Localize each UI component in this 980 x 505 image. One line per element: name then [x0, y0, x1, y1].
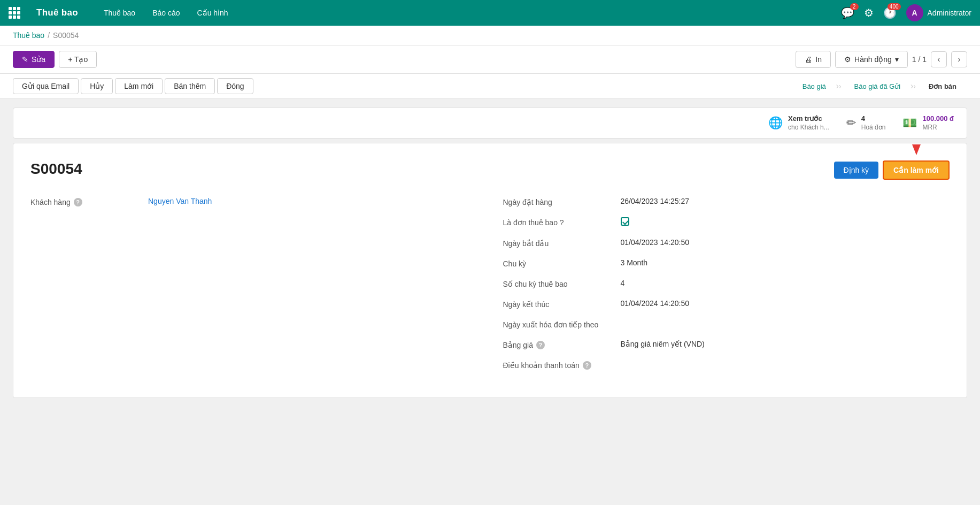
mrr-value: 100.000 đ: [922, 114, 954, 124]
step-don-ban: Đơn bán: [918, 79, 967, 94]
breadcrumb: Thuê bao / S00054: [0, 26, 980, 45]
toolbar: ✎ Sửa + Tạo 🖨 In ⚙ Hành động ▾ 1 / 1 ‹ ›: [0, 45, 980, 74]
gear-icon: ⚙: [864, 6, 874, 19]
apps-menu-icon[interactable]: [9, 7, 20, 19]
step-bao-gia: Báo giá: [792, 79, 837, 94]
subscription-count-row: Số chu kỳ thuê bao 4: [503, 279, 950, 288]
clock-badge: 400: [888, 3, 901, 10]
price-list-label: Bảng giá ?: [503, 340, 621, 349]
cycle-row: Chu kỳ 3 Month: [503, 258, 950, 268]
edit-button[interactable]: ✎ Sửa: [13, 51, 55, 68]
customer-help-icon[interactable]: ?: [74, 198, 82, 206]
avatar: A: [906, 4, 923, 21]
menu-bao-cao[interactable]: Báo cáo: [145, 5, 187, 20]
price-list-help-icon[interactable]: ?: [536, 341, 545, 349]
end-date-row: Ngày kết thúc 01/04/2024 14:20:50: [503, 299, 950, 309]
next-record-button[interactable]: ›: [951, 51, 967, 67]
cycle-label: Chu kỳ: [503, 258, 621, 268]
upsell-button[interactable]: Bán thêm: [165, 78, 215, 94]
brand-title: Thuê bao: [36, 7, 78, 18]
order-date-label: Ngày đặt hàng: [503, 197, 621, 206]
action-buttons: Gửi qua Email Hủy Làm mới Bán thêm Đóng: [13, 78, 253, 94]
messages-badge: 2: [850, 3, 859, 10]
pagination-section: 1 / 1 ‹ ›: [912, 51, 967, 67]
renew-button[interactable]: Làm mới: [115, 78, 163, 94]
payment-terms-help-icon[interactable]: ?: [583, 361, 591, 370]
messages-icon-btn[interactable]: 💬 2: [841, 6, 854, 19]
order-id-title: S00054: [30, 160, 82, 178]
breadcrumb-current: S00054: [53, 31, 79, 40]
preview-item[interactable]: 🌐 Xem trước cho Khách h...: [768, 114, 829, 132]
subscription-count-label: Số chu kỳ thuê bao: [503, 279, 621, 288]
price-list-value: Bảng giá niêm yết (VND): [621, 340, 950, 348]
order-date-row: Ngày đặt hàng 26/04/2023 14:25:27: [503, 197, 950, 206]
step-bao-gia-da-gui: Báo giá đã Gửi: [843, 79, 911, 94]
arrow-indicator: Cần làm mới: [883, 160, 950, 180]
payment-terms-row: Điều khoản thanh toán ?: [503, 360, 950, 370]
mrr-label: MRR: [922, 124, 954, 132]
settings-icon-btn[interactable]: ⚙: [864, 6, 874, 19]
customer-label: Khách hàng ?: [30, 197, 148, 206]
workflow-steps: Báo giá › Báo giá đã Gửi › Đơn bán: [792, 79, 967, 94]
form-right-column: Ngày đặt hàng 26/04/2023 14:25:27 Là đơn…: [503, 197, 950, 380]
invoice-icon: ✏: [846, 116, 856, 130]
mrr-icon: 💵: [902, 116, 917, 130]
pencil-icon: ✎: [22, 55, 28, 64]
create-button[interactable]: + Tạo: [59, 51, 97, 68]
status-bar: Gửi qua Email Hủy Làm mới Bán thêm Đóng …: [0, 74, 980, 99]
menu-thue-bao[interactable]: Thuê bao: [96, 5, 143, 20]
header-buttons: Định kỳ Cần làm mới: [834, 160, 950, 180]
preview-label: Xem trước: [788, 114, 829, 124]
cancel-button[interactable]: Hủy: [81, 78, 113, 94]
action-label: Hành động: [854, 55, 892, 64]
breadcrumb-parent[interactable]: Thuê bao: [13, 31, 44, 40]
globe-icon: 🌐: [768, 116, 783, 130]
clock-icon-btn[interactable]: 🕐 400: [883, 6, 897, 19]
menu-cau-hinh[interactable]: Cấu hình: [190, 5, 236, 20]
close-button[interactable]: Đóng: [217, 78, 253, 94]
end-date-label: Ngày kết thúc: [503, 299, 621, 309]
dinh-ky-button[interactable]: Định kỳ: [834, 162, 879, 179]
can-lam-moi-button[interactable]: Cần làm mới: [883, 160, 950, 180]
start-date-value: 01/04/2023 14:20:50: [621, 238, 950, 247]
mrr-item[interactable]: 💵 100.000 đ MRR: [902, 114, 954, 132]
subscription-count-value: 4: [621, 279, 950, 287]
gear-action-icon: ⚙: [844, 55, 851, 64]
is-subscription-label: Là đơn thuê bao ?: [503, 217, 621, 227]
print-label: In: [815, 55, 822, 64]
username-label: Administrator: [928, 9, 971, 17]
price-list-row: Bảng giá ? Bảng giá niêm yết (VND): [503, 340, 950, 349]
prev-record-button[interactable]: ‹: [931, 51, 947, 67]
invoice-count: 4: [861, 114, 886, 124]
edit-label: Sửa: [32, 55, 45, 64]
invoice-label: Hoá đơn: [861, 124, 886, 132]
print-button[interactable]: 🖨 In: [796, 51, 831, 68]
send-email-button[interactable]: Gửi qua Email: [13, 78, 79, 94]
main-content: 🌐 Xem trước cho Khách h... ✏ 4 Hoá đơn 💵…: [0, 99, 980, 407]
start-date-row: Ngày bắt đầu 01/04/2023 14:20:50: [503, 238, 950, 248]
print-icon: 🖨: [805, 55, 812, 64]
cycle-value: 3 Month: [621, 258, 950, 267]
action-button[interactable]: ⚙ Hành động ▾: [835, 51, 908, 68]
customer-field-row: Khách hàng ? Nguyen Van Thanh: [30, 197, 477, 206]
end-date-value: 01/04/2024 14:20:50: [621, 299, 950, 308]
subscription-checkbox[interactable]: [621, 217, 629, 226]
payment-terms-label: Điều khoản thanh toán ?: [503, 360, 621, 370]
next-invoice-row: Ngày xuất hóa đơn tiếp theo: [503, 319, 950, 329]
info-bar: 🌐 Xem trước cho Khách h... ✏ 4 Hoá đơn 💵…: [13, 108, 967, 139]
order-date-value: 26/04/2023 14:25:27: [621, 197, 950, 205]
form-header: S00054 Định kỳ Cần làm mới: [30, 160, 950, 180]
start-date-label: Ngày bắt đầu: [503, 238, 621, 248]
top-navigation: Thuê bao Thuê bao Báo cáo Cấu hình 💬 2 ⚙…: [0, 0, 980, 26]
customer-value[interactable]: Nguyen Van Thanh: [148, 197, 477, 205]
is-subscription-value: [621, 217, 950, 227]
user-menu[interactable]: A Administrator: [906, 4, 971, 21]
chevron-down-icon: ▾: [895, 55, 899, 64]
topnav-right-section: 💬 2 ⚙ 🕐 400 A Administrator: [841, 4, 971, 21]
breadcrumb-separator: /: [48, 31, 50, 40]
invoice-item[interactable]: ✏ 4 Hoá đơn: [846, 114, 886, 132]
next-invoice-label: Ngày xuất hóa đơn tiếp theo: [503, 319, 621, 329]
form-left-column: Khách hàng ? Nguyen Van Thanh: [30, 197, 477, 380]
form-card: S00054 Định kỳ Cần làm mới Khách hàng ? …: [13, 143, 967, 398]
create-label: + Tạo: [68, 55, 88, 64]
